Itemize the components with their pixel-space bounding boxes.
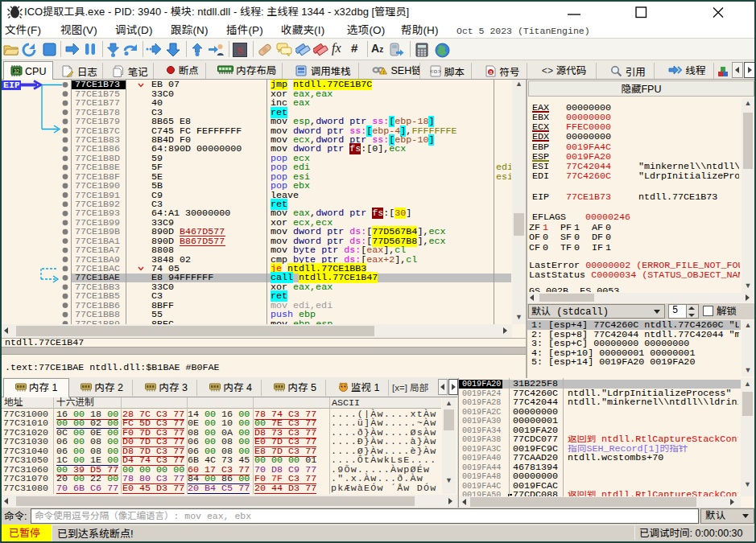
svg-text:S: S (237, 44, 242, 56)
svg-text:<o>: <o> (430, 68, 441, 75)
svg-text:a: a (489, 69, 492, 75)
svg-text:32: 32 (13, 68, 19, 74)
